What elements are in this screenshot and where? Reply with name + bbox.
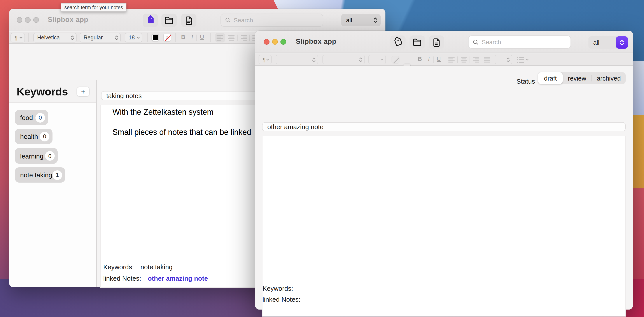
chevron-down-icon — [380, 58, 384, 61]
keywords-meta-row: Keywords: — [262, 285, 293, 292]
linked-note-link[interactable]: other amazing note — [148, 274, 208, 282]
keyword-label: learning — [20, 152, 44, 160]
character-color-button[interactable]: a — [163, 34, 171, 42]
stepper-chevrons-icon — [359, 57, 363, 62]
toolbar-divider — [250, 35, 250, 41]
list-style-dropdown[interactable] — [517, 55, 532, 64]
status-label: Status — [491, 78, 535, 85]
text-color-well[interactable] — [152, 34, 159, 42]
linked-notes-meta-row: linked Notes: other amazing note — [103, 274, 208, 282]
keyword-pill[interactable]: note taking 1 — [15, 167, 65, 183]
align-left-icon — [216, 35, 224, 41]
align-left-button[interactable] — [215, 33, 225, 43]
italic-button[interactable]: I — [191, 34, 193, 43]
stepper-chevrons-icon — [114, 35, 118, 41]
bold-button[interactable]: B — [418, 56, 422, 65]
align-left-button[interactable] — [447, 55, 457, 64]
zoom-button[interactable] — [33, 17, 39, 23]
tag-icon — [393, 37, 403, 48]
chevron-down-icon — [136, 36, 140, 39]
align-center-button[interactable] — [226, 33, 236, 43]
minimize-button[interactable] — [272, 39, 278, 45]
status-option-review[interactable]: review — [562, 72, 592, 84]
justify-button[interactable] — [482, 55, 492, 64]
underline-button[interactable]: U — [436, 56, 441, 65]
tags-toolbar-button[interactable] — [142, 14, 158, 27]
font-family-dropdown[interactable] — [276, 55, 318, 64]
search-tooltip: search term for your notes — [61, 3, 126, 12]
keyword-label: food — [20, 114, 33, 121]
toolbar-divider — [196, 35, 197, 41]
align-center-button[interactable] — [459, 55, 468, 64]
titlebar[interactable]: Slipbox app — [9, 9, 386, 31]
note-body-editor[interactable] — [262, 136, 626, 316]
zoom-button[interactable] — [280, 39, 286, 45]
chevron-down-icon — [526, 58, 529, 61]
search-input[interactable] — [234, 17, 319, 24]
stepper-chevrons-icon — [370, 17, 380, 23]
keyword-pill[interactable]: food 0 — [15, 110, 48, 125]
align-center-icon — [460, 57, 467, 62]
folders-toolbar-button[interactable] — [410, 36, 425, 49]
align-right-icon — [472, 57, 479, 62]
font-size-dropdown[interactable]: 18 — [125, 33, 142, 43]
toolbar-divider — [188, 35, 188, 41]
bold-button[interactable]: B — [181, 34, 185, 43]
search-field[interactable] — [468, 36, 571, 49]
font-style-dropdown[interactable]: Regular — [80, 33, 121, 43]
linked-notes-meta-label: linked Notes: — [262, 295, 300, 303]
align-center-icon — [228, 35, 235, 41]
filter-dropdown[interactable]: all — [341, 14, 380, 26]
status-option-archived[interactable]: archived — [592, 72, 626, 84]
pilcrow-icon: ¶ — [14, 34, 18, 41]
stepper-chevrons-icon — [616, 36, 628, 49]
keywords-sidebar: Keywords + food 0 health 0 learning 0 no… — [9, 80, 97, 287]
close-button[interactable] — [16, 17, 22, 23]
italic-button[interactable]: I — [428, 56, 430, 65]
font-size-dropdown[interactable] — [368, 55, 386, 64]
keyword-label: note taking — [20, 171, 52, 179]
folders-toolbar-button[interactable] — [162, 14, 177, 27]
minimize-button[interactable] — [25, 17, 30, 23]
align-right-button[interactable] — [239, 33, 248, 43]
font-family-dropdown[interactable]: Helvetica — [33, 33, 76, 43]
toolbar-divider — [469, 57, 470, 63]
keywords-meta-label: Keywords: — [262, 285, 293, 292]
status-option-draft[interactable]: draft — [538, 72, 562, 84]
justify-icon — [484, 57, 491, 62]
font-style-dropdown[interactable] — [322, 55, 365, 64]
font-size-value: 18 — [128, 35, 135, 41]
underline-button[interactable]: U — [200, 34, 204, 43]
new-note-toolbar-button[interactable] — [181, 14, 196, 27]
add-keyword-button[interactable]: + — [77, 87, 89, 96]
keyword-count-badge: 0 — [36, 113, 45, 122]
sidebar-header: Keywords + — [9, 80, 96, 103]
keywords-meta-row: Keywords: note taking — [103, 263, 172, 271]
toolbar-divider — [433, 57, 434, 63]
window-title: Slipbox app — [48, 16, 88, 24]
font-style-value: Regular — [84, 35, 103, 41]
filter-dropdown[interactable]: all — [588, 36, 628, 49]
color-char-glyph: a — [166, 35, 168, 41]
note-title-input[interactable] — [262, 123, 625, 131]
keyword-pill[interactable]: learning 0 — [15, 148, 58, 164]
search-icon — [472, 39, 479, 45]
note-title-field[interactable] — [262, 122, 626, 131]
close-button[interactable] — [264, 39, 270, 45]
new-note-toolbar-button[interactable] — [429, 36, 444, 49]
keyword-pill[interactable]: health 0 — [15, 129, 52, 144]
search-field[interactable] — [220, 14, 323, 27]
font-family-value: Helvetica — [37, 35, 60, 41]
titlebar[interactable]: Slipbox app — [255, 31, 633, 53]
keyword-label: health — [20, 133, 38, 140]
line-spacing-dropdown[interactable] — [495, 55, 512, 64]
search-input[interactable] — [482, 39, 566, 46]
align-right-button[interactable] — [471, 55, 480, 64]
toolbar-divider — [481, 57, 481, 63]
tags-toolbar-button[interactable] — [390, 36, 406, 49]
paragraph-style-dropdown[interactable]: ¶ — [258, 55, 272, 64]
toolbar-divider — [176, 33, 176, 42]
paragraph-style-dropdown[interactable]: ¶ — [10, 33, 25, 43]
text-color-well[interactable] — [392, 56, 400, 64]
keyword-count-badge: 1 — [52, 170, 62, 180]
